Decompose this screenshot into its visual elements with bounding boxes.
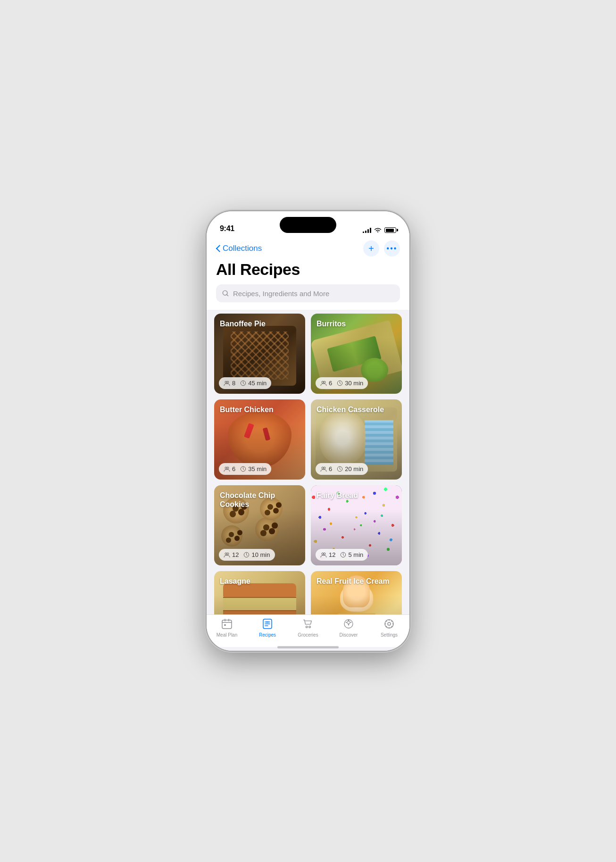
meal-plan-label: Meal Plan [216, 632, 237, 638]
servings-icon [224, 381, 230, 386]
recipe-card-ice-cream[interactable]: Real Fruit Ice Cream [311, 571, 402, 614]
wifi-icon [374, 227, 382, 233]
time-icon [337, 380, 343, 386]
back-button[interactable]: Collections [216, 244, 262, 253]
servings-value: 6 [329, 380, 332, 387]
search-icon [222, 290, 229, 297]
servings-value: 6 [329, 465, 332, 472]
recipe-title-chicken-casserole: Chicken Casserole [316, 405, 396, 414]
svg-point-4 [322, 381, 324, 383]
time-value: 5 min [348, 551, 363, 558]
svg-point-16 [322, 553, 324, 555]
content-area: Collections + ••• All Recipes [207, 237, 409, 614]
svg-point-2 [227, 381, 229, 383]
time-icon [243, 552, 250, 558]
recipe-badge-butter-chicken: 6 35 min [219, 463, 271, 475]
more-button[interactable]: ••• [384, 240, 400, 257]
time-value: 20 min [345, 465, 363, 472]
servings-icon [320, 552, 327, 558]
recipe-card-chicken-casserole[interactable]: Chicken Casserole 6 [311, 399, 402, 480]
navigation-bar: Collections + ••• [207, 237, 409, 258]
recipe-title-banoffee-pie: Banoffee Pie [220, 319, 300, 328]
recipe-card-lasagne[interactable]: Lasagne 8 [214, 571, 305, 614]
recipe-title-cookies: Chocolate Chip Cookies [220, 491, 300, 509]
svg-point-1 [225, 381, 227, 383]
home-indicator [207, 647, 409, 651]
recipe-card-burritos[interactable]: Burritos 6 [311, 314, 402, 394]
time-value: 35 min [248, 465, 266, 472]
page-title-section: All Recipes [207, 258, 409, 284]
tab-meal-plan[interactable]: Meal Plan [213, 619, 241, 638]
recipe-meta-chicken-casserole: 6 20 min [316, 463, 397, 475]
svg-point-10 [322, 467, 324, 469]
recipe-title-fairy-bread: Fairy Bread [316, 491, 396, 500]
recipe-meta-burritos: 6 30 min [316, 377, 397, 389]
svg-point-26 [306, 626, 308, 628]
more-icon: ••• [387, 244, 398, 253]
recipe-meta-fairy-bread: 12 5 min [316, 549, 397, 561]
servings-icon [320, 466, 327, 472]
home-bar [277, 646, 339, 648]
recipe-badge-chicken-casserole: 6 20 min [316, 463, 368, 475]
svg-point-27 [309, 626, 311, 628]
time-icon [240, 380, 246, 386]
servings-icon [320, 381, 327, 386]
tab-discover[interactable]: Discover [334, 619, 363, 638]
recipe-meta-banoffee-pie: 8 45 min [219, 377, 300, 389]
settings-label: Settings [381, 632, 398, 638]
recipe-title-butter-chicken: Butter Chicken [220, 405, 300, 414]
recipe-card-chocolate-chip-cookies[interactable]: Chocolate Chip Cookies 12 [214, 485, 305, 565]
signal-bars-icon [363, 227, 371, 233]
recipe-grid: Banoffee Pie 8 [207, 310, 409, 614]
discover-icon [343, 619, 354, 631]
recipe-title-ice-cream: Real Fruit Ice Cream [316, 577, 396, 586]
recipes-icon [262, 619, 273, 631]
groceries-icon [302, 619, 314, 631]
time-value: 45 min [248, 380, 266, 387]
meal-plan-icon [221, 619, 233, 631]
search-container: Recipes, Ingredients and More [207, 284, 409, 310]
tab-bar: Meal Plan Recipes [207, 614, 409, 647]
groceries-label: Groceries [298, 632, 318, 638]
recipe-badge-burritos: 6 30 min [316, 377, 368, 389]
tab-groceries[interactable]: Groceries [294, 619, 322, 638]
status-bar: 9:41 [207, 211, 409, 237]
time-value: 10 min [251, 551, 270, 558]
battery-icon [384, 227, 396, 233]
servings-value: 12 [232, 551, 239, 558]
settings-icon [384, 619, 394, 631]
svg-rect-22 [222, 620, 232, 629]
servings-value: 12 [329, 551, 335, 558]
svg-point-28 [344, 620, 353, 628]
recipe-card-banoffee-pie[interactable]: Banoffee Pie 8 [214, 314, 305, 394]
recipe-badge-banoffee-pie: 8 45 min [219, 377, 271, 389]
dynamic-island [280, 217, 336, 233]
recipe-meta-cookies: 12 10 min [219, 549, 300, 561]
back-label: Collections [223, 244, 262, 253]
search-placeholder: Recipes, Ingredients and More [233, 290, 329, 298]
page-title: All Recipes [216, 260, 400, 279]
time-value: 30 min [345, 380, 363, 387]
recipe-card-butter-chicken[interactable]: Butter Chicken 6 [214, 399, 305, 480]
recipe-meta-butter-chicken: 6 35 min [219, 463, 300, 475]
recipe-badge-fairy-bread: 12 5 min [316, 549, 368, 561]
add-icon: + [368, 243, 374, 254]
servings-value: 8 [232, 380, 235, 387]
time-icon [240, 466, 246, 472]
screen: 9:41 [207, 211, 409, 651]
svg-point-8 [227, 467, 229, 469]
tab-settings[interactable]: Settings [375, 619, 403, 638]
phone-frame: 9:41 [207, 211, 409, 651]
svg-rect-23 [224, 624, 226, 626]
recipe-title-burritos: Burritos [316, 319, 396, 328]
time-icon [340, 552, 346, 558]
svg-rect-25 [266, 621, 269, 623]
discover-label: Discover [340, 632, 358, 638]
tab-recipes[interactable]: Recipes [253, 619, 282, 638]
nav-actions: + ••• [363, 240, 400, 257]
add-button[interactable]: + [363, 240, 379, 257]
recipe-card-fairy-bread[interactable]: Fairy Bread 12 [311, 485, 402, 565]
servings-icon [224, 466, 230, 472]
svg-point-11 [324, 467, 325, 469]
search-bar[interactable]: Recipes, Ingredients and More [216, 284, 400, 302]
